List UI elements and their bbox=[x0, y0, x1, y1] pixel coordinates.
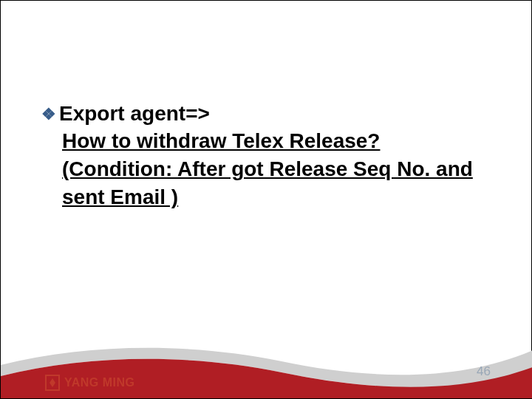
slide: ❖Export agent=> How to withdraw Telex Re… bbox=[0, 0, 532, 399]
page-number: 46 bbox=[477, 364, 491, 379]
footer: YANG MING 46 bbox=[1, 332, 531, 398]
heading-line-2: (Condition: After got Release Seq No. an… bbox=[62, 155, 498, 211]
bullet-line: ❖Export agent=> bbox=[41, 100, 498, 127]
logo-diamond-icon bbox=[50, 378, 55, 387]
logo-text: YANG MING bbox=[64, 376, 134, 389]
diamond-bullet-icon: ❖ bbox=[41, 104, 56, 126]
logo-mark-icon bbox=[45, 375, 60, 391]
heading-line-1: How to withdraw Telex Release? bbox=[62, 127, 498, 155]
brand-logo: YANG MING bbox=[45, 375, 134, 391]
content-block: ❖Export agent=> How to withdraw Telex Re… bbox=[41, 100, 498, 211]
bullet-text: Export agent=> bbox=[59, 102, 210, 125]
